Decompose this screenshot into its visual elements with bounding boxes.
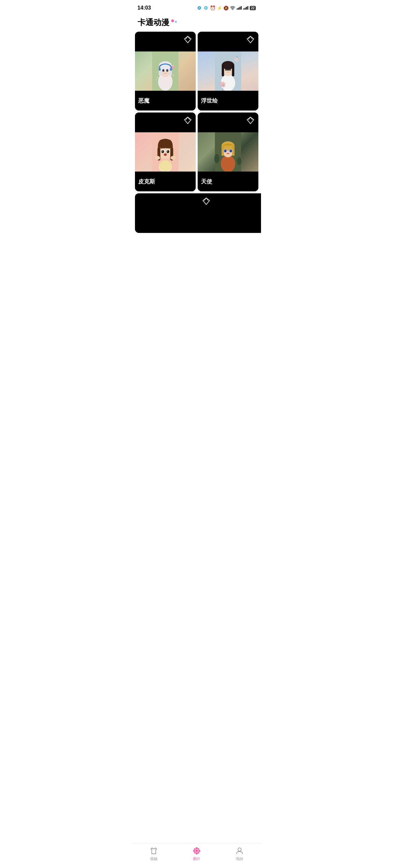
svg-rect-6 bbox=[241, 6, 242, 10]
wifi-icon bbox=[230, 6, 235, 10]
nav-item-mine[interactable]: 我的 bbox=[218, 846, 261, 861]
svg-point-87 bbox=[196, 847, 198, 849]
svg-point-92 bbox=[198, 848, 199, 850]
svg-point-24 bbox=[156, 72, 156, 73]
svg-text:✦: ✦ bbox=[172, 74, 174, 76]
diamond-badge bbox=[246, 35, 255, 44]
card-main-image bbox=[198, 52, 259, 91]
page-title: 卡通动漫 bbox=[138, 17, 177, 28]
card-ukiyo[interactable]: 浮世绘 bbox=[198, 32, 259, 111]
nav-label-photo: 图片 bbox=[193, 857, 200, 861]
svg-rect-40 bbox=[232, 65, 234, 76]
card-grid: ✦ ✦ ✧ 恶魔 bbox=[132, 32, 261, 259]
card-pixar[interactable]: 皮克斯 bbox=[135, 113, 196, 191]
svg-point-62 bbox=[164, 154, 166, 156]
svg-point-46 bbox=[223, 83, 225, 85]
bottom-nav: 视频 图片 我的 bbox=[132, 844, 261, 868]
svg-rect-73 bbox=[221, 146, 224, 156]
svg-text:✦: ✦ bbox=[155, 79, 157, 81]
diamond-badge bbox=[246, 116, 255, 125]
bluetooth-icon: ⚡ bbox=[217, 6, 222, 10]
svg-point-80 bbox=[224, 150, 226, 152]
status-bar: 14:03 ⏰ ⚡ 🔕 bbox=[132, 0, 261, 14]
alarm-icon: ⏰ bbox=[210, 5, 215, 10]
card-bottom-bar: 天使 bbox=[198, 172, 259, 191]
card-bottom-bar: 恶魔 bbox=[135, 91, 196, 111]
svg-point-67 bbox=[165, 152, 166, 153]
svg-point-93 bbox=[194, 852, 196, 854]
svg-point-69 bbox=[221, 155, 235, 172]
svg-rect-74 bbox=[232, 146, 234, 156]
nav-item-photo[interactable]: 图片 bbox=[175, 846, 218, 861]
svg-point-41 bbox=[225, 68, 227, 71]
svg-point-82 bbox=[224, 150, 225, 151]
page-header: 卡通动漫 bbox=[132, 14, 261, 32]
svg-rect-20 bbox=[159, 68, 161, 71]
svg-rect-39 bbox=[221, 65, 224, 76]
svg-point-91 bbox=[194, 848, 196, 850]
card-label: 天使 bbox=[201, 178, 212, 185]
svg-point-89 bbox=[193, 850, 195, 852]
battery-icon: 22 bbox=[250, 6, 255, 10]
svg-point-84 bbox=[214, 154, 219, 163]
svg-rect-21 bbox=[170, 68, 172, 71]
nav-item-video[interactable]: 视频 bbox=[132, 846, 175, 861]
svg-point-81 bbox=[230, 150, 231, 152]
nav-label-video: 视频 bbox=[150, 857, 157, 861]
svg-point-60 bbox=[167, 151, 168, 151]
signal-5g-icon bbox=[243, 6, 248, 10]
title-decoration bbox=[171, 20, 177, 23]
status-icons: ⏰ ⚡ 🔕 22 bbox=[196, 5, 255, 10]
svg-point-50 bbox=[159, 160, 171, 171]
svg-rect-8 bbox=[245, 8, 246, 9]
svg-rect-10 bbox=[247, 6, 248, 10]
svg-point-88 bbox=[196, 852, 198, 855]
card-angel[interactable]: 天使 bbox=[198, 113, 259, 191]
svg-rect-4 bbox=[238, 8, 239, 9]
svg-point-66 bbox=[170, 156, 176, 160]
svg-point-83 bbox=[230, 150, 231, 151]
diamond-badge bbox=[183, 116, 192, 125]
diamond-badge bbox=[183, 35, 192, 44]
app-icon-1 bbox=[196, 6, 202, 10]
mine-icon bbox=[235, 846, 244, 855]
nav-label-mine: 我的 bbox=[236, 857, 243, 861]
svg-point-94 bbox=[198, 852, 199, 854]
card-figure-svg: ✦ ✦ ✧ bbox=[135, 52, 196, 91]
video-icon bbox=[149, 846, 158, 855]
card-demon[interactable]: ✦ ✦ ✧ 恶魔 bbox=[135, 32, 196, 111]
card-label: 浮世绘 bbox=[201, 97, 218, 104]
svg-point-19 bbox=[166, 69, 168, 72]
svg-point-85 bbox=[237, 157, 241, 165]
card-label: 皮克斯 bbox=[138, 178, 155, 185]
svg-rect-5 bbox=[240, 7, 241, 10]
svg-point-2 bbox=[232, 9, 233, 10]
svg-point-32 bbox=[233, 57, 235, 59]
svg-point-95 bbox=[238, 848, 241, 851]
svg-rect-3 bbox=[237, 8, 238, 9]
card-main-image: ✦ ✦ ✧ bbox=[135, 52, 196, 91]
card-bottom-bar: 浮世绘 bbox=[198, 91, 259, 111]
svg-rect-7 bbox=[244, 8, 244, 9]
svg-point-90 bbox=[198, 850, 200, 852]
card-main-image bbox=[198, 132, 259, 172]
diamond-badge bbox=[202, 197, 211, 206]
mute-icon: 🔕 bbox=[223, 6, 229, 10]
photo-icon bbox=[192, 846, 201, 855]
svg-point-86 bbox=[195, 849, 198, 852]
svg-point-59 bbox=[162, 151, 162, 151]
app-icon-2 bbox=[203, 6, 209, 10]
svg-point-18 bbox=[162, 69, 164, 72]
card-figure-svg bbox=[135, 132, 196, 172]
card-figure-svg bbox=[198, 132, 259, 172]
card-bottom-bar: 皮克斯 bbox=[135, 172, 196, 191]
card-label: 恶魔 bbox=[138, 97, 149, 104]
svg-point-0 bbox=[198, 6, 201, 10]
status-time: 14:03 bbox=[138, 5, 151, 11]
card-main-image bbox=[135, 132, 196, 172]
card-figure-svg bbox=[198, 52, 259, 91]
svg-point-44 bbox=[221, 82, 223, 84]
svg-point-42 bbox=[229, 68, 231, 71]
signal-4g-icon bbox=[237, 6, 242, 10]
svg-point-22 bbox=[157, 77, 157, 78]
